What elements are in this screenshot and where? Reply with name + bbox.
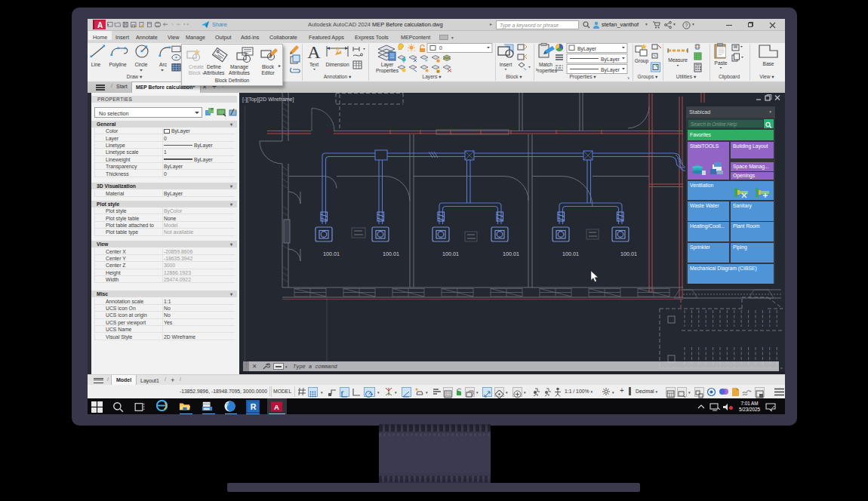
- svg-text:Insert: Insert: [500, 62, 512, 67]
- svg-text:100.01: 100.01: [383, 250, 399, 257]
- svg-text:ByLayer: ByLayer: [601, 57, 620, 63]
- svg-text:Circle: Circle: [135, 62, 148, 67]
- svg-text:Line: Line: [91, 62, 101, 67]
- svg-text:A: A: [274, 402, 279, 410]
- svg-text:A: A: [307, 43, 321, 62]
- svg-text:100.01: 100.01: [323, 250, 340, 257]
- svg-text:100.01: 100.01: [503, 250, 519, 257]
- svg-text:Match: Match: [539, 62, 553, 67]
- svg-text:Paste: Paste: [715, 60, 728, 66]
- svg-text:Dimension: Dimension: [325, 62, 349, 67]
- svg-text:Properties: Properties: [376, 68, 399, 74]
- svg-text:Properties: Properties: [536, 68, 558, 74]
- svg-text:Polyline: Polyline: [109, 62, 126, 68]
- svg-text:100.01: 100.01: [442, 250, 459, 257]
- svg-text:?: ?: [685, 23, 688, 28]
- svg-text:ByLayer: ByLayer: [577, 46, 597, 52]
- svg-text:[-][Top][2D Wireframe]: [-][Top][2D Wireframe]: [242, 97, 294, 103]
- svg-text:A: A: [97, 21, 103, 29]
- svg-text:ByLayer: ByLayer: [601, 67, 620, 73]
- svg-text:100.01: 100.01: [620, 250, 637, 257]
- svg-text:Measure: Measure: [668, 57, 688, 63]
- svg-text:Group: Group: [635, 58, 649, 64]
- svg-text:Text: Text: [309, 62, 319, 67]
- svg-text:0: 0: [439, 45, 442, 51]
- svg-text:R: R: [251, 402, 257, 411]
- svg-text:Arc: Arc: [159, 62, 168, 67]
- svg-text:Base: Base: [762, 61, 774, 66]
- svg-text:100.01: 100.01: [562, 250, 579, 257]
